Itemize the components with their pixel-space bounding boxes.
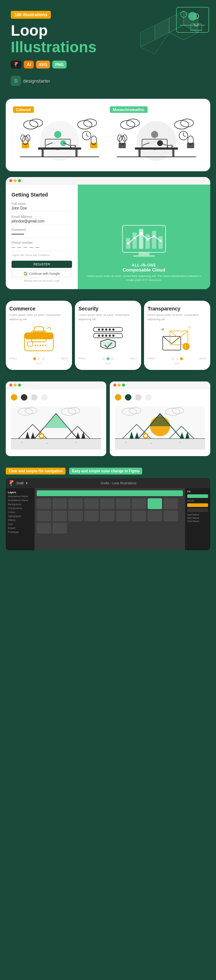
svg-point-42 <box>127 119 140 127</box>
thumb-15[interactable] <box>116 511 130 521</box>
sidebar-item-2[interactable]: Illustrations Name <box>8 498 32 502</box>
commerce-svg <box>21 326 57 353</box>
dot-dark <box>21 394 27 401</box>
svg-point-91 <box>42 345 44 346</box>
svg-point-150 <box>179 442 181 443</box>
colored-mono-section: Colored <box>6 99 210 171</box>
thumb-18[interactable] <box>164 511 178 521</box>
thumb-19[interactable] <box>37 523 51 534</box>
hero-badge: 100 illustrations <box>11 11 51 19</box>
email-value[interactable]: johndoe@gmail.com <box>11 219 72 225</box>
thumb-7[interactable] <box>132 498 146 509</box>
commerce-title: Commerce <box>9 306 68 312</box>
commerce-illustration <box>9 325 68 354</box>
mockup2-dots-row <box>115 394 205 401</box>
skip-security[interactable]: SKIP <box>79 362 137 365</box>
svg-point-79 <box>147 238 149 240</box>
svg-point-13 <box>40 121 80 161</box>
prev-btn-security[interactable]: PREV <box>79 357 86 360</box>
cloud-chart: + + <box>119 224 169 259</box>
figma-menu-recent[interactable]: ▾ <box>26 481 28 485</box>
svg-point-12 <box>188 12 197 21</box>
password-label: Password <box>11 228 72 231</box>
figma-label-2: Easy and simple color change in Figma <box>69 468 142 474</box>
thumb-6[interactable] <box>116 498 130 509</box>
sidebar-item-6[interactable]: Typography <box>8 514 32 518</box>
sidebar-layers[interactable]: Layers <box>8 490 32 494</box>
thumb-10[interactable] <box>37 511 51 521</box>
figma-menu-draft[interactable]: Draft <box>17 481 24 485</box>
mockup1-content <box>6 389 106 456</box>
color-swatch-dark[interactable] <box>187 508 208 512</box>
next-btn-transparency[interactable]: NEXT <box>199 357 207 360</box>
svg-line-35 <box>87 135 89 137</box>
dot-2 <box>38 357 40 360</box>
password-value[interactable]: •••••••••• <box>11 232 72 238</box>
svg-point-129 <box>75 442 77 443</box>
sidebar-item-4[interactable]: Components <box>8 506 32 510</box>
thumb-2[interactable] <box>52 498 67 509</box>
next-btn-commerce[interactable]: NEXT <box>61 357 68 360</box>
next-btn-security[interactable]: NEXT <box>130 357 137 360</box>
figma-canvas: Layers Illustrations Name Illustrations … <box>6 488 210 550</box>
field-password: Password •••••••••• <box>11 228 72 238</box>
mono-illustration: Monochromathic <box>110 106 203 164</box>
skip-commerce[interactable]: SKIP <box>9 362 68 365</box>
thumb-3[interactable] <box>68 498 83 509</box>
thumb-17[interactable] <box>148 511 162 521</box>
security-title: Security <box>79 306 137 312</box>
prev-btn-commerce[interactable]: PREV <box>9 357 17 360</box>
thumb-11[interactable] <box>52 511 67 521</box>
dot-orange <box>11 394 17 401</box>
thumb-20[interactable] <box>52 523 67 534</box>
svg-rect-45 <box>119 143 126 148</box>
thumb-1[interactable] <box>37 498 51 509</box>
fullname-value[interactable]: John Doe <box>11 206 72 212</box>
nav-dots <box>33 357 45 360</box>
phone-commerce: Commerce Lorem ipsum dolor sit amet, con… <box>6 301 72 369</box>
dot-3-sec <box>111 357 114 360</box>
svg-point-29 <box>60 140 66 146</box>
dot-1 <box>33 357 36 360</box>
sidebar-item-3[interactable]: Background <box>8 502 32 506</box>
dot-2-sec <box>107 357 109 360</box>
register-button[interactable]: REGISTER <box>11 261 72 268</box>
thumb-13[interactable] <box>84 511 99 521</box>
dot-light2 <box>41 394 47 401</box>
color-swatch-green[interactable] <box>187 494 208 498</box>
thumb-14[interactable] <box>100 511 115 521</box>
svg-point-148 <box>125 442 127 443</box>
thumb-8-active[interactable] <box>148 498 162 509</box>
field-fullname: Full name John Doe <box>11 202 72 212</box>
dot-2-trans <box>176 357 178 360</box>
google-signin-button[interactable]: Continue with Google <box>11 270 72 277</box>
thumb-5[interactable] <box>100 498 115 509</box>
prev-btn-transparency[interactable]: PREV <box>148 357 155 360</box>
thumb-9[interactable] <box>164 498 178 509</box>
mountain-scene-2 <box>115 406 205 450</box>
sidebar-item-7[interactable]: Effects <box>8 518 32 522</box>
figma-toolbar: Draft ▾ Drafts · Loop Illustrations <box>6 478 210 488</box>
sidebar-item-10[interactable]: Prototype <box>8 530 32 534</box>
phone-value[interactable]: — — — — — <box>11 245 72 251</box>
color-swatch-orange[interactable] <box>187 503 208 507</box>
svg-rect-50 <box>139 150 141 157</box>
login-link[interactable]: Already have an account? Login <box>11 280 72 282</box>
mockup1-dots-row <box>11 394 101 401</box>
field-phone: Phone number — — — — — <box>11 241 72 251</box>
getting-started-card: Getting Started Full name John Doe Email… <box>6 177 210 289</box>
dot-orange-2 <box>115 394 121 401</box>
svg-rect-63 <box>187 143 194 148</box>
thumb-12[interactable] <box>68 511 83 521</box>
right-panel-grid: Sort Name <box>187 517 208 519</box>
thumb-16[interactable] <box>132 511 146 521</box>
sidebar-item-9[interactable]: Export <box>8 526 32 530</box>
agree-text: I agree with Terms and Conditions <box>11 254 72 256</box>
sidebar-item-5[interactable]: Colors <box>8 510 32 514</box>
sidebar-item-1[interactable]: Illustrations Name <box>8 494 32 498</box>
sidebar-item-8[interactable]: Grid <box>8 522 32 526</box>
dot-1-trans <box>171 357 174 360</box>
thumb-4[interactable] <box>84 498 99 509</box>
skip-transparency[interactable]: SKIP <box>148 362 207 365</box>
svg-point-14 <box>24 121 38 129</box>
